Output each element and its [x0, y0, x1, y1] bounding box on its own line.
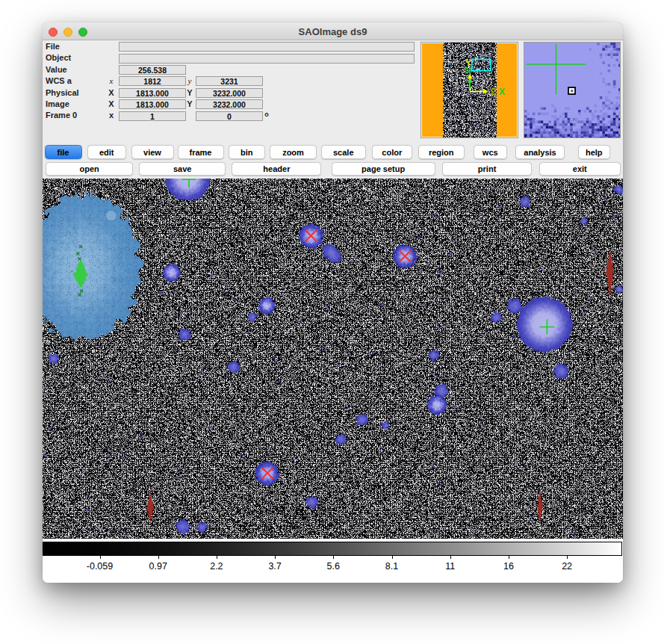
svg-text:X: X: [499, 87, 505, 97]
svg-text:N: N: [465, 65, 471, 75]
svg-text:E: E: [491, 87, 497, 97]
